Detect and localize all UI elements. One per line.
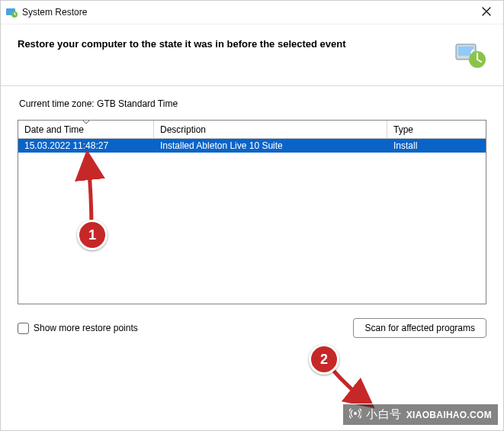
restore-points-table[interactable]: Date and Time Description Type 15.03.202… — [18, 120, 486, 304]
cell-type: Install — [387, 139, 486, 153]
watermark-domain: XIAOBAIHAO.COM — [406, 410, 492, 420]
titlebar: System Restore — [1, 1, 503, 24]
broadcast-icon — [349, 407, 361, 422]
page-heading: Restore your computer to the state it wa… — [18, 37, 444, 50]
table-row[interactable] — [18, 207, 486, 221]
table-body: 15.03.2022 11:48:27 Installed Ableton Li… — [18, 139, 486, 304]
cell-description: Installed Ableton Live 10 Suite — [154, 139, 387, 153]
column-header-type-label: Type — [393, 124, 413, 135]
restore-large-icon — [451, 37, 486, 72]
table-row[interactable] — [18, 290, 486, 304]
show-more-restore-points-checkbox[interactable]: Show more restore points — [18, 323, 138, 334]
show-more-label: Show more restore points — [34, 323, 138, 333]
table-row[interactable]: 15.03.2022 11:48:27 Installed Ableton Li… — [18, 139, 486, 153]
table-row[interactable] — [18, 249, 486, 262]
close-button[interactable] — [470, 1, 503, 24]
table-row[interactable] — [18, 166, 486, 180]
table-row[interactable] — [18, 276, 486, 290]
content-area: Current time zone: GTB Standard Time Dat… — [1, 86, 503, 338]
table-row[interactable] — [18, 153, 486, 166]
column-header-date-time[interactable]: Date and Time — [18, 121, 154, 138]
checkbox-box — [18, 323, 29, 334]
bottom-controls: Show more restore points Scan for affect… — [18, 318, 486, 338]
header-area: Restore your computer to the state it wa… — [1, 24, 503, 79]
column-header-type[interactable]: Type — [387, 121, 486, 138]
table-row[interactable] — [18, 180, 486, 194]
svg-point-5 — [354, 412, 357, 415]
timezone-label: Current time zone: GTB Standard Time — [19, 98, 486, 109]
column-header-date-time-label: Date and Time — [24, 124, 84, 135]
table-row[interactable] — [18, 235, 486, 249]
system-restore-app-icon — [5, 6, 18, 18]
annotation-arrow-2 — [321, 359, 374, 405]
close-icon — [482, 7, 491, 18]
column-header-description-label: Description — [160, 124, 206, 135]
annotation-badge-2-text: 2 — [320, 352, 328, 368]
table-row[interactable] — [18, 262, 486, 276]
scan-affected-programs-button[interactable]: Scan for affected programs — [353, 318, 486, 338]
sort-descending-icon — [82, 120, 90, 124]
cell-date-time: 15.03.2022 11:48:27 — [18, 139, 154, 153]
system-restore-window: System Restore Restore your computer to … — [0, 0, 504, 431]
table-header-row: Date and Time Description Type — [18, 121, 486, 139]
watermark-brand: 小白号 — [366, 407, 402, 422]
table-row[interactable] — [18, 194, 486, 207]
watermark: 小白号 XIAOBAIHAO.COM — [342, 404, 499, 426]
annotation-badge-2: 2 — [309, 344, 339, 375]
table-row[interactable] — [18, 221, 486, 235]
window-title: System Restore — [22, 7, 87, 18]
column-header-description[interactable]: Description — [154, 121, 387, 138]
